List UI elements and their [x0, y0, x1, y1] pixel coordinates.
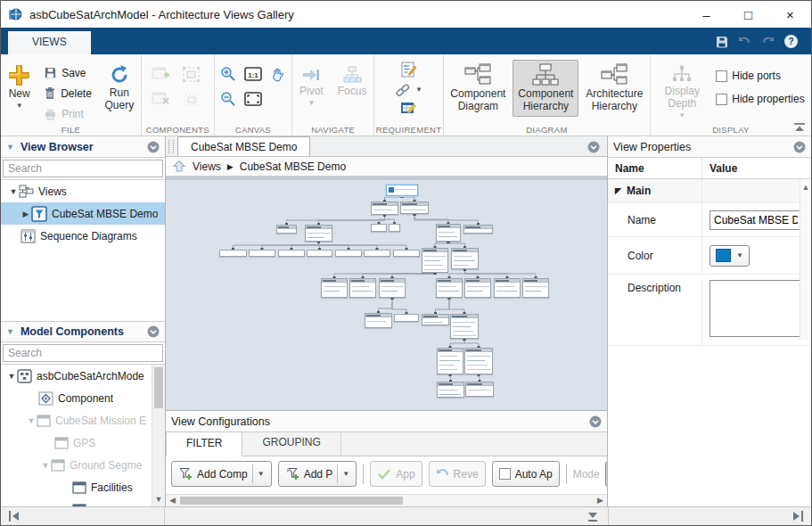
diagram-node[interactable]: [278, 250, 305, 257]
dropdown-caret[interactable]: ▼: [342, 471, 349, 478]
vertical-scrollbar[interactable]: ▲: [800, 179, 811, 340]
diagram-node[interactable]: [365, 313, 392, 328]
link-requirement-button[interactable]: ▼: [395, 83, 422, 96]
diagram-canvas[interactable]: [166, 177, 607, 410]
help-icon[interactable]: ?: [783, 34, 799, 49]
tree-item-gps[interactable]: GPS: [1, 431, 165, 454]
link-dropdown-caret[interactable]: ▼: [415, 86, 422, 94]
auto-apply-button[interactable]: Auto Ap: [492, 461, 560, 487]
component-diagram-button[interactable]: Component Diagram: [446, 60, 510, 117]
diagram-node[interactable]: [450, 314, 479, 339]
checkbox-icon[interactable]: [716, 94, 727, 105]
add-component-filter-button[interactable]: Add Comp ▼: [171, 461, 272, 487]
diagram-node[interactable]: [371, 224, 387, 232]
architecture-hierarchy-button[interactable]: Architecture Hierarchy: [581, 60, 647, 117]
requirements-table-icon[interactable]: [400, 101, 417, 116]
diagram-node[interactable]: [276, 225, 297, 234]
delete-view-button[interactable]: Delete: [44, 84, 92, 103]
diagram-node[interactable]: [305, 225, 332, 242]
diagram-node[interactable]: [379, 278, 406, 298]
diagram-node[interactable]: [371, 201, 398, 215]
diagram-node[interactable]: [364, 250, 390, 257]
collapse-triangle-icon[interactable]: ▼: [6, 143, 14, 152]
new-button[interactable]: New ▼: [3, 61, 36, 123]
save-icon[interactable]: [715, 35, 729, 49]
dropdown-caret[interactable]: ▼: [736, 252, 743, 259]
model-components-header[interactable]: ▼ Model Components: [1, 321, 165, 342]
collapse-bottom-panel-icon[interactable]: [586, 510, 599, 522]
diagram-node[interactable]: [463, 225, 493, 234]
panel-menu-icon[interactable]: [147, 141, 160, 153]
diagram-node[interactable]: [349, 278, 376, 298]
chevron-down-icon[interactable]: ▼: [40, 461, 51, 470]
hide-properties-checkbox[interactable]: Hide properties: [716, 92, 804, 106]
color-dropdown[interactable]: ▼: [709, 245, 750, 267]
new-dropdown-caret[interactable]: ▼: [16, 103, 23, 110]
chevron-down-icon[interactable]: ▼: [6, 372, 17, 381]
tab-menu-icon[interactable]: [587, 141, 600, 153]
scrollbar-thumb[interactable]: [180, 497, 403, 505]
chevron-right-icon[interactable]: ▶: [21, 210, 31, 218]
diagram-node[interactable]: [219, 250, 247, 257]
save-view-button[interactable]: Save: [44, 63, 92, 82]
redo-icon[interactable]: [760, 36, 775, 48]
collapse-right-panel-icon[interactable]: [791, 510, 804, 522]
diagram-node[interactable]: [464, 278, 491, 298]
diagram-node[interactable]: [335, 250, 362, 257]
diagram-node[interactable]: [465, 382, 494, 397]
name-value-input[interactable]: [709, 210, 802, 230]
panel-menu-icon[interactable]: [793, 141, 806, 153]
diagram-node[interactable]: [422, 314, 449, 325]
checkbox-icon[interactable]: [499, 468, 511, 480]
checkbox-icon[interactable]: [716, 70, 727, 82]
scrollbar-thumb[interactable]: [154, 367, 163, 408]
section-collapse-icon[interactable]: ◤: [615, 186, 621, 195]
diagram-node[interactable]: [389, 224, 400, 232]
diagram-node[interactable]: [386, 185, 418, 196]
tab-filter[interactable]: FILTER: [166, 431, 242, 456]
diagram-node[interactable]: [307, 250, 332, 257]
view-configurations-header[interactable]: View Configurations: [166, 411, 607, 432]
tree-item-cubesat-mbse-demo[interactable]: ▶ CubeSat MBSE Demo: [1, 202, 165, 225]
component-hierarchy-button[interactable]: Component Hierarchy: [513, 60, 578, 117]
scroll-down-arrow-icon[interactable]: ▼: [152, 495, 165, 504]
diagram-node[interactable]: [451, 248, 479, 269]
document-tab-cubesat[interactable]: CubeSat MBSE Demo: [177, 136, 310, 156]
mode-basic-toggle[interactable]: Basic: [605, 461, 607, 487]
close-button[interactable]: ×: [769, 1, 811, 28]
scroll-left-arrow-icon[interactable]: ◀: [169, 496, 176, 505]
diagram-node[interactable]: [400, 201, 429, 214]
diagram-node[interactable]: [494, 278, 521, 298]
diagram-node[interactable]: [436, 278, 463, 298]
view-browser-search-input[interactable]: [3, 160, 163, 177]
tab-views[interactable]: VIEWS: [8, 31, 91, 54]
scroll-up-arrow-icon[interactable]: ▲: [800, 183, 811, 192]
panel-menu-icon[interactable]: [147, 325, 160, 338]
view-properties-header[interactable]: View Properties: [608, 136, 811, 158]
view-browser-header[interactable]: ▼ View Browser: [1, 136, 165, 158]
collapse-triangle-icon[interactable]: ▼: [6, 327, 14, 336]
tree-item-cubesat-mission[interactable]: ▼ CubeSat Mission E: [1, 409, 165, 431]
tab-grouping[interactable]: GROUPING: [242, 431, 340, 456]
chevron-down-icon[interactable]: ▼: [26, 416, 37, 425]
run-query-button[interactable]: Run Query: [100, 61, 139, 123]
description-textarea[interactable]: [709, 280, 802, 337]
diagram-node[interactable]: [321, 278, 348, 298]
diagram-node[interactable]: [422, 248, 448, 273]
pan-hand-icon[interactable]: [270, 66, 286, 82]
tree-item-facilities[interactable]: Facilities: [1, 476, 165, 498]
chevron-down-icon[interactable]: ▼: [8, 187, 19, 196]
maximize-button[interactable]: □: [727, 1, 769, 28]
add-port-filter-button[interactable]: Add P ▼: [278, 461, 357, 487]
diagram-node[interactable]: [436, 224, 461, 242]
tree-item-sequence-diagrams[interactable]: Sequence Diagrams: [1, 225, 165, 247]
horizontal-scrollbar[interactable]: ◀ ▶: [166, 494, 607, 506]
zoom-in-icon[interactable]: [220, 66, 236, 82]
tree-item-model-root[interactable]: ▼ asbCubeSatArchMode: [1, 365, 165, 387]
diagram-node[interactable]: [394, 314, 419, 322]
breadcrumb-views[interactable]: Views: [193, 160, 221, 173]
diagram-node[interactable]: [393, 250, 420, 257]
tree-item-partial[interactable]: [1, 498, 165, 506]
tree-item-component[interactable]: Component: [1, 387, 165, 409]
property-section-main[interactable]: ◤ Main: [608, 179, 811, 203]
